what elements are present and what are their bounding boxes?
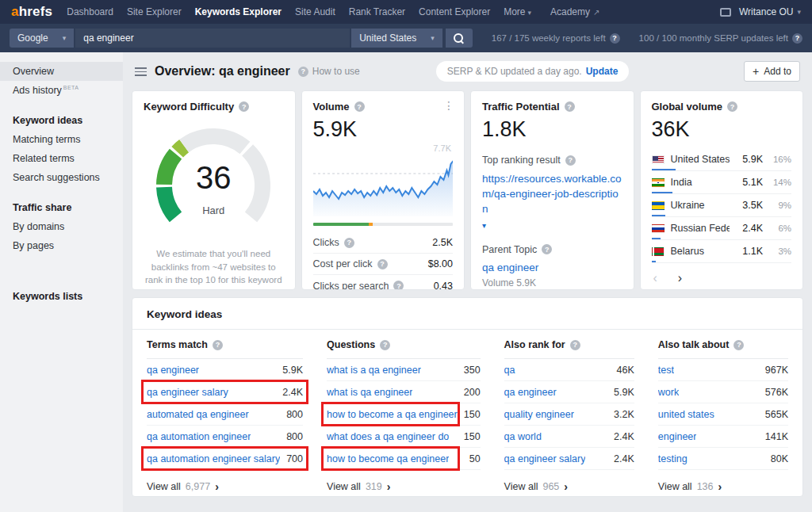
prev-page-icon[interactable]: ‹: [653, 271, 657, 285]
keyword-search-input[interactable]: [75, 29, 350, 48]
keyword-link[interactable]: testing: [658, 453, 688, 464]
country-row: Belarus1.1K3%: [652, 240, 792, 263]
keyword-link[interactable]: qa engineer: [504, 387, 557, 398]
help-icon[interactable]: [570, 340, 580, 350]
help-icon[interactable]: [393, 281, 404, 290]
weekly-reports-text: 167 / 175 weekly reports left: [492, 33, 606, 43]
keyword-volume: 5.9K: [614, 387, 634, 398]
card-title: Global volume: [652, 101, 792, 113]
keyword-link[interactable]: qa engineer salary: [504, 453, 586, 464]
keyword-link[interactable]: what is a qa engineer: [327, 365, 421, 376]
keyword-link[interactable]: what is qa engineer: [327, 387, 412, 398]
view-all-link[interactable]: View all136›: [658, 470, 788, 493]
nav-item-keywords-explorer[interactable]: Keywords Explorer: [195, 6, 282, 17]
keyword-link[interactable]: how to become a qa engineer: [327, 409, 458, 420]
keyword-link[interactable]: qa automation engineer salary: [147, 453, 280, 464]
keyword-link[interactable]: what does a qa engineer do: [327, 431, 449, 442]
main-nav: DashboardSite ExplorerKeywords ExplorerS…: [67, 6, 531, 17]
keyword-row: work576K: [658, 381, 788, 403]
keyword-link[interactable]: qa automation engineer: [147, 431, 251, 442]
add-to-button[interactable]: +Add to: [744, 61, 800, 82]
column-header: Also rank for: [504, 330, 634, 359]
top-ranking-url-link[interactable]: https://resources.workable.com/qa-engine…: [482, 172, 622, 217]
nav-item-site-explorer[interactable]: Site Explorer: [127, 6, 182, 17]
keyword-link[interactable]: automated qa engineer: [147, 409, 249, 420]
next-page-icon[interactable]: ›: [678, 271, 682, 285]
nav-item-more[interactable]: More▾: [504, 6, 531, 17]
keyword-link[interactable]: work: [658, 387, 679, 398]
view-all-link[interactable]: View all319›: [327, 470, 481, 493]
nav-item-content-explorer[interactable]: Content Explorer: [419, 6, 490, 17]
view-all-count: 319: [366, 481, 382, 492]
how-to-use-label: How to use: [312, 66, 360, 77]
by-flag-icon: [652, 247, 665, 256]
keyword-link[interactable]: united states: [658, 409, 714, 420]
help-icon[interactable]: [377, 259, 388, 269]
country-volume: 3.5K: [736, 200, 763, 211]
help-icon[interactable]: [792, 33, 802, 44]
keyword-link[interactable]: engineer: [658, 431, 697, 442]
sidebar-item-by-pages[interactable]: By pages: [0, 236, 123, 255]
help-icon[interactable]: [542, 244, 552, 254]
country-volume: 5.9K: [736, 154, 763, 165]
help-icon[interactable]: [344, 238, 354, 248]
how-to-use[interactable]: How to use: [298, 66, 360, 77]
metric-label: Clicks per search: [313, 281, 404, 291]
chevron-right-icon: ›: [387, 480, 391, 493]
chevron-down-icon: ▾: [527, 9, 531, 17]
monitor-icon[interactable]: [720, 8, 731, 17]
keyword-row: quality engineer3.2K: [504, 403, 634, 426]
ahrefs-logo[interactable]: ahrefs: [11, 4, 52, 20]
keyword-link[interactable]: qa: [504, 365, 515, 376]
keyword-volume: 800: [286, 409, 303, 420]
view-all-link[interactable]: View all6,977›: [147, 470, 303, 493]
sidebar-item-related-terms[interactable]: Related terms: [0, 149, 123, 168]
keyword-volume: 350: [464, 365, 481, 376]
sidebar-item-matching-terms[interactable]: Matching terms: [0, 130, 123, 149]
sidebar-item-by-domains[interactable]: By domains: [0, 217, 123, 236]
search-engine-select[interactable]: Google▾: [10, 29, 74, 48]
expand-result-icon[interactable]: ▾: [482, 221, 486, 230]
help-icon[interactable]: [354, 101, 365, 112]
nav-item-site-audit[interactable]: Site Audit: [295, 6, 335, 17]
help-icon[interactable]: [565, 155, 576, 166]
account-menu[interactable]: Writance OU▾: [739, 6, 801, 17]
help-icon[interactable]: [213, 340, 223, 350]
search-engine-value: Google: [17, 32, 48, 44]
parent-topic-label: Parent Topic: [482, 244, 622, 255]
kebab-menu-icon[interactable]: ⋮: [443, 99, 454, 112]
keyword-link[interactable]: test: [658, 365, 674, 376]
help-icon[interactable]: [239, 101, 249, 112]
country-share-bar: [652, 169, 676, 170]
search-button[interactable]: [446, 29, 473, 48]
academy-label: Academy: [550, 6, 590, 17]
menu-icon[interactable]: [135, 67, 147, 76]
nav-item-academy[interactable]: Academy: [550, 6, 599, 17]
keyword-link[interactable]: qa engineer salary: [147, 387, 228, 398]
sidebar-item-overview[interactable]: Overview: [0, 62, 123, 81]
help-icon[interactable]: [565, 101, 575, 112]
help-icon[interactable]: [610, 33, 620, 44]
nav-item-rank-tracker[interactable]: Rank Tracker: [349, 6, 405, 17]
help-icon[interactable]: [727, 101, 737, 112]
country-name: United States: [671, 154, 730, 165]
country-share-bar: [652, 192, 673, 193]
country-select[interactable]: United States▾: [351, 29, 442, 48]
country-share: 6%: [769, 224, 791, 233]
parent-topic-link[interactable]: qa engineer: [482, 262, 622, 273]
nav-item-dashboard[interactable]: Dashboard: [67, 6, 113, 17]
keyword-link[interactable]: how to become qa engineer: [327, 453, 449, 464]
sidebar-item-search-suggestions[interactable]: Search suggestions: [0, 168, 123, 187]
keyword-ideas-grid: Terms matchqa engineer5.9Kqa engineer sa…: [132, 330, 802, 493]
view-all-link[interactable]: View all965›: [504, 470, 634, 493]
keyword-link[interactable]: quality engineer: [504, 409, 574, 420]
help-icon[interactable]: [380, 340, 390, 350]
keyword-link[interactable]: qa world: [504, 431, 542, 442]
volume-title: Volume: [313, 101, 350, 113]
sidebar-item-ads-history[interactable]: Ads historyBETA: [0, 81, 123, 100]
keyword-link[interactable]: qa engineer: [147, 365, 199, 376]
topnav-right: Writance OU▾: [720, 6, 801, 17]
view-all-count: 136: [697, 481, 714, 492]
update-link[interactable]: Update: [586, 66, 619, 77]
help-icon[interactable]: [733, 340, 744, 350]
